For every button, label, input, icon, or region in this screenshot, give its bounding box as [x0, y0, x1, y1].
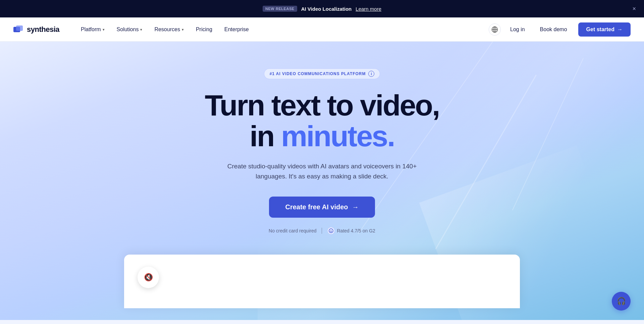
hero-section: #1 AI VIDEO COMMUNICATIONS PLATFORM i Tu…: [0, 42, 644, 320]
banner-close-button[interactable]: ×: [632, 6, 636, 12]
info-icon: i: [368, 71, 374, 77]
hero-badge-text: #1 AI VIDEO COMMUNICATIONS PLATFORM: [270, 71, 366, 76]
new-release-badge: NEW RELEASE: [263, 6, 297, 12]
nav-resources[interactable]: Resources ▾: [149, 24, 189, 35]
logo-icon: [13, 25, 24, 34]
book-demo-button[interactable]: Book demo: [534, 23, 573, 36]
logo-text: synthesia: [27, 25, 59, 34]
g2-rating: G Rated 4.7/5 on G2: [327, 227, 375, 234]
headline-line2-prefix: in: [250, 119, 281, 153]
hero-subtext: Create studio-quality videos with AI ava…: [221, 161, 423, 182]
banner-title: AI Video Localization: [301, 6, 352, 12]
platform-chevron-icon: ▾: [103, 28, 105, 32]
nav-pricing[interactable]: Pricing: [191, 24, 218, 35]
trust-signals: No credit card required G Rated 4.7/5 on…: [269, 227, 375, 234]
nav-enterprise[interactable]: Enterprise: [219, 24, 254, 35]
headline-line1: Turn text to video,: [205, 89, 439, 122]
svg-rect-1: [16, 25, 23, 31]
nav-solutions[interactable]: Solutions ▾: [111, 24, 148, 35]
g2-icon: G: [327, 227, 335, 234]
decorative-line-2: [512, 58, 584, 210]
resources-chevron-icon: ▾: [182, 28, 184, 32]
mute-button[interactable]: 🔇: [138, 267, 159, 288]
get-started-arrow-icon: →: [617, 26, 623, 33]
nav-platform[interactable]: Platform ▾: [75, 24, 110, 35]
announcement-banner: NEW RELEASE AI Video Localization Learn …: [0, 0, 644, 17]
nav-right: Log in Book demo Get started →: [489, 22, 631, 37]
globe-icon: [491, 26, 498, 33]
decorative-line-1: [435, 75, 537, 250]
solutions-chevron-icon: ▾: [140, 28, 142, 32]
logo[interactable]: synthesia: [13, 25, 59, 34]
trust-divider: [322, 228, 322, 234]
language-selector-button[interactable]: [489, 23, 501, 36]
get-started-button[interactable]: Get started →: [578, 22, 631, 37]
svg-text:G: G: [330, 230, 332, 232]
cta-arrow-icon: →: [352, 203, 359, 211]
hero-badge[interactable]: #1 AI VIDEO COMMUNICATIONS PLATFORM i: [264, 68, 380, 79]
support-chat-button[interactable]: 🎧: [612, 292, 631, 311]
headline-accent: minutes.: [281, 119, 394, 153]
navbar: synthesia Platform ▾ Solutions ▾ Resourc…: [0, 17, 644, 42]
hero-headline: Turn text to video, in minutes.: [205, 90, 439, 152]
g2-rating-text: Rated 4.7/5 on G2: [337, 228, 375, 233]
login-button[interactable]: Log in: [506, 24, 529, 35]
banner-learn-more-link[interactable]: Learn more: [356, 6, 381, 12]
cta-create-video-button[interactable]: Create free AI video →: [269, 197, 375, 218]
nav-links: Platform ▾ Solutions ▾ Resources ▾ Prici…: [75, 24, 489, 35]
headphones-icon: 🎧: [617, 297, 626, 306]
no-credit-card-text: No credit card required: [269, 228, 316, 233]
mute-icon: 🔇: [144, 273, 153, 282]
video-card: 🔇: [124, 255, 520, 308]
